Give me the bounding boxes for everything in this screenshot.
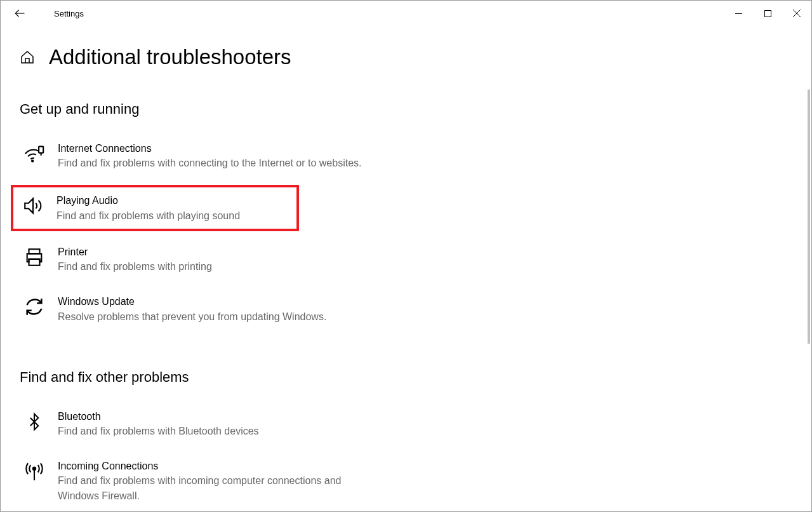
troubleshooter-list: Internet Connections Find and fix proble…: [20, 135, 792, 331]
troubleshooter-incoming-connections[interactable]: Incoming Connections Find and fix proble…: [20, 453, 363, 510]
item-description: Find and fix problems with connecting to…: [58, 156, 363, 171]
item-description: Find and fix problems with playing sound: [57, 208, 290, 224]
troubleshooter-playing-audio[interactable]: Playing Audio Find and fix problems with…: [11, 185, 299, 231]
troubleshooter-list: Bluetooth Find and fix problems with Blu…: [20, 403, 792, 511]
item-text: Internet Connections Find and fix proble…: [58, 142, 363, 171]
item-title: Bluetooth: [58, 410, 363, 424]
minimize-button[interactable]: [724, 3, 753, 24]
item-description: Resolve problems that prevent you from u…: [58, 309, 363, 325]
page-title: Additional troubleshooters: [49, 45, 291, 69]
printer-icon: [22, 245, 46, 269]
close-icon: [793, 10, 801, 17]
close-button[interactable]: [782, 3, 811, 24]
back-arrow-icon: [14, 8, 25, 19]
speaker-icon: [21, 194, 45, 218]
troubleshooter-internet-connections[interactable]: Internet Connections Find and fix proble…: [20, 135, 363, 177]
troubleshooter-bluetooth[interactable]: Bluetooth Find and fix problems with Blu…: [20, 403, 363, 445]
titlebar: Settings: [1, 1, 811, 26]
section-heading-find-and-fix: Find and fix other problems: [20, 369, 792, 386]
item-description: Find and fix problems with printing: [58, 259, 363, 274]
item-title: Playing Audio: [57, 194, 290, 208]
item-text: Incoming Connections Find and fix proble…: [58, 459, 363, 504]
svg-point-5: [32, 160, 33, 161]
window-controls: [724, 3, 811, 24]
item-title: Internet Connections: [58, 142, 363, 156]
home-icon[interactable]: [20, 50, 35, 65]
bluetooth-icon: [22, 410, 46, 434]
wifi-icon: [22, 142, 46, 166]
item-description: Find and fix problems with Bluetooth dev…: [58, 424, 363, 439]
maximize-button[interactable]: [753, 3, 782, 24]
minimize-icon: [735, 10, 742, 17]
svg-rect-6: [39, 147, 43, 153]
item-title: Incoming Connections: [58, 459, 363, 473]
window-title: Settings: [54, 9, 84, 18]
section-heading-get-up-and-running: Get up and running: [20, 101, 792, 118]
item-text: Printer Find and fix problems with print…: [58, 245, 363, 274]
svg-rect-9: [29, 259, 40, 266]
antenna-icon: [22, 459, 46, 483]
update-icon: [22, 295, 46, 319]
page-header: Additional troubleshooters: [20, 45, 792, 69]
back-button[interactable]: [12, 6, 27, 21]
item-text: Bluetooth Find and fix problems with Blu…: [58, 410, 363, 439]
svg-rect-2: [764, 10, 771, 17]
scrollbar[interactable]: [808, 90, 810, 344]
item-text: Playing Audio Find and fix problems with…: [57, 194, 290, 223]
troubleshooter-windows-update[interactable]: Windows Update Resolve problems that pre…: [20, 288, 363, 330]
maximize-icon: [764, 10, 771, 17]
item-title: Windows Update: [58, 295, 363, 309]
item-text: Windows Update Resolve problems that pre…: [58, 295, 363, 324]
troubleshooter-printer[interactable]: Printer Find and fix problems with print…: [20, 239, 363, 281]
item-description: Find and fix problems with incoming comp…: [58, 473, 363, 504]
item-title: Printer: [58, 245, 363, 259]
content-area: Additional troubleshooters Get up and ru…: [1, 26, 811, 510]
